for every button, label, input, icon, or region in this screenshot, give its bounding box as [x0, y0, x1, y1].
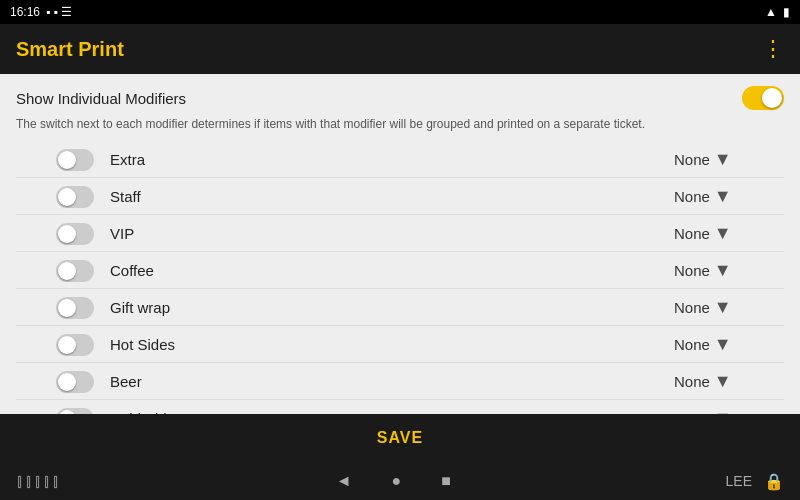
bottom-right: LEE 🔒	[726, 472, 784, 491]
modifier-dropdown-0[interactable]: None▼	[674, 149, 784, 170]
description-text: The switch next to each modifier determi…	[16, 116, 784, 133]
status-time: 16:16	[10, 5, 40, 19]
modifier-name-0: Extra	[110, 151, 674, 168]
bottom-nav: ◄ ● ■	[336, 472, 451, 490]
back-button[interactable]: ◄	[336, 472, 352, 490]
modifier-dropdown-value-1: None	[674, 188, 710, 205]
modifier-row: Cold SidesNone▼	[16, 402, 784, 414]
dropdown-arrow-5: ▼	[714, 334, 732, 355]
modifier-name-4: Gift wrap	[110, 299, 674, 316]
dropdown-arrow-2: ▼	[714, 223, 732, 244]
dropdown-arrow-3: ▼	[714, 260, 732, 281]
modifier-name-6: Beer	[110, 373, 674, 390]
bottom-bar: ⫿⫿⫿⫿⫿ ◄ ● ■ LEE 🔒	[0, 462, 800, 500]
show-modifiers-label: Show Individual Modifiers	[16, 90, 186, 107]
status-icons: ▪ ▪ ☰	[46, 5, 72, 19]
modifier-row: Gift wrapNone▼	[16, 291, 784, 326]
modifier-name-5: Hot Sides	[110, 336, 674, 353]
stop-button[interactable]: ■	[441, 472, 451, 490]
modifier-dropdown-3[interactable]: None▼	[674, 260, 784, 281]
wifi-icon: ▲	[765, 5, 777, 19]
bottom-left: ⫿⫿⫿⫿⫿	[16, 471, 61, 492]
status-bar-right: ▲ ▮	[765, 5, 790, 19]
modifier-toggle-6[interactable]	[56, 371, 94, 393]
show-modifiers-toggle[interactable]	[742, 86, 784, 110]
user-name: LEE	[726, 473, 752, 489]
modifier-dropdown-2[interactable]: None▼	[674, 223, 784, 244]
lock-icon[interactable]: 🔒	[764, 472, 784, 491]
modifier-dropdown-value-5: None	[674, 336, 710, 353]
modifier-dropdown-value-3: None	[674, 262, 710, 279]
modifier-dropdown-5[interactable]: None▼	[674, 334, 784, 355]
modifier-row: StaffNone▼	[16, 180, 784, 215]
modifier-toggle-4[interactable]	[56, 297, 94, 319]
modifier-name-1: Staff	[110, 188, 674, 205]
modifier-dropdown-value-6: None	[674, 373, 710, 390]
modifier-dropdown-6[interactable]: None▼	[674, 371, 784, 392]
modifier-row: CoffeeNone▼	[16, 254, 784, 289]
modifier-name-3: Coffee	[110, 262, 674, 279]
modifier-toggle-1[interactable]	[56, 186, 94, 208]
app-bar: Smart Print ⋮	[0, 24, 800, 74]
modifier-toggle-2[interactable]	[56, 223, 94, 245]
modifier-row: ExtraNone▼	[16, 143, 784, 178]
battery-icon: ▮	[783, 5, 790, 19]
modifier-dropdown-1[interactable]: None▼	[674, 186, 784, 207]
content-area: Show Individual Modifiers The switch nex…	[0, 74, 800, 414]
modifier-dropdown-value-0: None	[674, 151, 710, 168]
modifier-list: ExtraNone▼StaffNone▼VIPNone▼CoffeeNone▼G…	[16, 143, 784, 414]
modifier-dropdown-value-2: None	[674, 225, 710, 242]
dropdown-arrow-0: ▼	[714, 149, 732, 170]
dropdown-arrow-6: ▼	[714, 371, 732, 392]
barcode-icon: ⫿⫿⫿⫿⫿	[16, 471, 61, 492]
app-bar-title: Smart Print	[16, 38, 124, 61]
modifier-row: BeerNone▼	[16, 365, 784, 400]
modifier-dropdown-value-4: None	[674, 299, 710, 316]
home-button[interactable]: ●	[392, 472, 402, 490]
modifier-row: Hot SidesNone▼	[16, 328, 784, 363]
menu-icon[interactable]: ⋮	[762, 36, 784, 62]
status-bar-left: 16:16 ▪ ▪ ☰	[10, 5, 72, 19]
modifier-toggle-5[interactable]	[56, 334, 94, 356]
show-modifiers-row: Show Individual Modifiers	[16, 86, 784, 110]
modifier-toggle-3[interactable]	[56, 260, 94, 282]
save-bar: SAVE	[0, 414, 800, 462]
dropdown-arrow-1: ▼	[714, 186, 732, 207]
modifier-toggle-0[interactable]	[56, 149, 94, 171]
status-bar: 16:16 ▪ ▪ ☰ ▲ ▮	[0, 0, 800, 24]
modifier-name-2: VIP	[110, 225, 674, 242]
modifier-row: VIPNone▼	[16, 217, 784, 252]
modifier-dropdown-4[interactable]: None▼	[674, 297, 784, 318]
save-button[interactable]: SAVE	[0, 414, 800, 462]
dropdown-arrow-4: ▼	[714, 297, 732, 318]
modifier-toggle-7[interactable]	[56, 408, 94, 414]
